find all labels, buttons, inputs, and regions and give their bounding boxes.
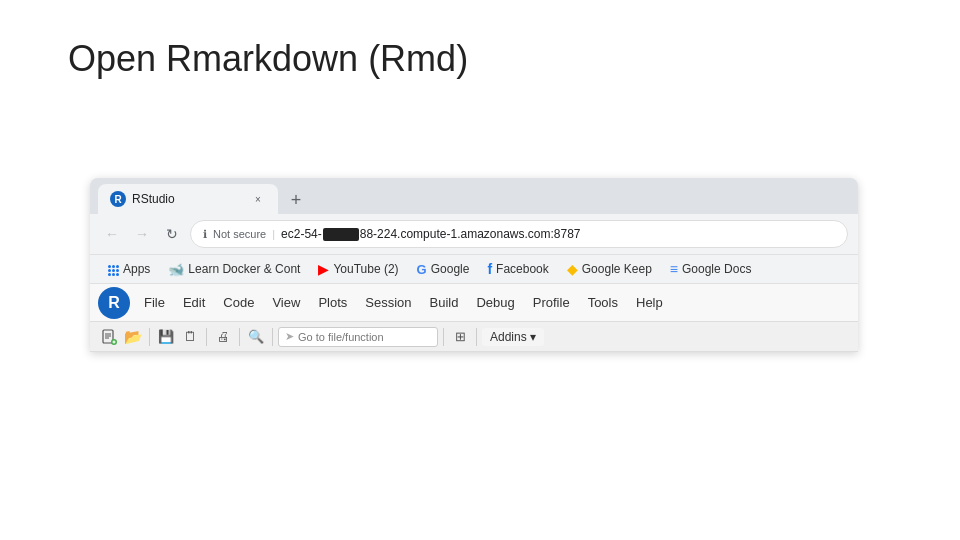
not-secure-label: Not secure (213, 228, 266, 240)
bookmark-docker[interactable]: 🐋 Learn Docker & Cont (160, 260, 308, 279)
url-text: ec2-54-88-224.compute-1.amazonaws.com:87… (281, 227, 580, 241)
menu-tools[interactable]: Tools (580, 291, 626, 314)
new-tab-button[interactable]: + (282, 186, 310, 214)
bookmark-google[interactable]: G Google (409, 260, 478, 279)
bookmark-youtube[interactable]: ▶ YouTube (2) (310, 259, 406, 279)
address-bar-row: ← → ↻ ℹ Not secure | ec2-54-88-224.compu… (90, 214, 858, 255)
tab-close-button[interactable]: × (250, 191, 266, 207)
toolbar-sep-5 (443, 328, 444, 346)
bookmark-google-label: Google (431, 262, 470, 276)
toolbar-sep-4 (272, 328, 273, 346)
facebook-icon: f (487, 261, 492, 277)
menu-view[interactable]: View (264, 291, 308, 314)
find-button[interactable]: 🔍 (245, 326, 267, 348)
bookmark-docs-label: Google Docs (682, 262, 751, 276)
address-bar[interactable]: ℹ Not secure | ec2-54-88-224.compute-1.a… (190, 220, 848, 248)
rstudio-menu-bar: R File Edit Code View Plots Session Buil… (90, 284, 858, 322)
bookmark-keep-label: Google Keep (582, 262, 652, 276)
bookmark-apps-label: Apps (123, 262, 150, 276)
bookmark-apps[interactable]: Apps (100, 260, 158, 279)
page-title: Open Rmarkdown (Rmd) (0, 0, 960, 80)
menu-build[interactable]: Build (422, 291, 467, 314)
goto-placeholder: Go to file/function (298, 331, 384, 343)
bookmark-youtube-label: YouTube (2) (333, 262, 398, 276)
rstudio-logo: R (98, 287, 130, 319)
new-file-button[interactable] (98, 326, 120, 348)
active-tab[interactable]: R RStudio × (98, 184, 278, 214)
addins-button[interactable]: Addins ▾ (482, 328, 544, 346)
bookmark-docs[interactable]: ≡ Google Docs (662, 259, 760, 279)
menu-plots[interactable]: Plots (310, 291, 355, 314)
youtube-icon: ▶ (318, 261, 329, 277)
menu-debug[interactable]: Debug (468, 291, 522, 314)
refresh-button[interactable]: ↻ (160, 222, 184, 246)
bookmark-facebook[interactable]: f Facebook (479, 259, 556, 279)
tab-favicon: R (110, 191, 126, 207)
toolbar-sep-2 (206, 328, 207, 346)
grid-view-button[interactable]: ⊞ (449, 326, 471, 348)
save-button[interactable]: 💾 (155, 326, 177, 348)
toolbar-sep-1 (149, 328, 150, 346)
apps-grid-icon (108, 262, 119, 277)
bookmark-docker-label: Learn Docker & Cont (188, 262, 300, 276)
toolbar-sep-3 (239, 328, 240, 346)
addins-label: Addins (490, 330, 527, 344)
save-all-button[interactable]: 🗒 (179, 326, 201, 348)
docker-icon: 🐋 (168, 262, 184, 277)
rstudio-toolbar: 📂 💾 🗒 🖨 🔍 ➤ Go to file/function ⊞ Addins… (90, 322, 858, 352)
back-button[interactable]: ← (100, 222, 124, 246)
menu-code[interactable]: Code (215, 291, 262, 314)
goto-field[interactable]: ➤ Go to file/function (278, 327, 438, 347)
goto-arrow-icon: ➤ (285, 330, 294, 343)
menu-file[interactable]: File (136, 291, 173, 314)
bookmark-facebook-label: Facebook (496, 262, 549, 276)
bookmarks-bar: Apps 🐋 Learn Docker & Cont ▶ YouTube (2)… (90, 255, 858, 284)
forward-button[interactable]: → (130, 222, 154, 246)
separator: | (272, 228, 275, 240)
print-button[interactable]: 🖨 (212, 326, 234, 348)
security-icon: ℹ (203, 228, 207, 241)
tab-title: RStudio (132, 192, 244, 206)
redacted-ip (323, 228, 359, 241)
browser-window: R RStudio × + ← → ↻ ℹ Not secure | ec2-5… (90, 178, 858, 352)
keep-icon: ◆ (567, 261, 578, 277)
docs-icon: ≡ (670, 261, 678, 277)
addins-arrow-icon: ▾ (530, 330, 536, 344)
menu-session[interactable]: Session (357, 291, 419, 314)
google-icon: G (417, 262, 427, 277)
toolbar-sep-6 (476, 328, 477, 346)
open-file-button[interactable]: 📂 (122, 326, 144, 348)
bookmark-keep[interactable]: ◆ Google Keep (559, 259, 660, 279)
menu-help[interactable]: Help (628, 291, 671, 314)
menu-edit[interactable]: Edit (175, 291, 213, 314)
menu-profile[interactable]: Profile (525, 291, 578, 314)
tab-bar: R RStudio × + (90, 178, 858, 214)
